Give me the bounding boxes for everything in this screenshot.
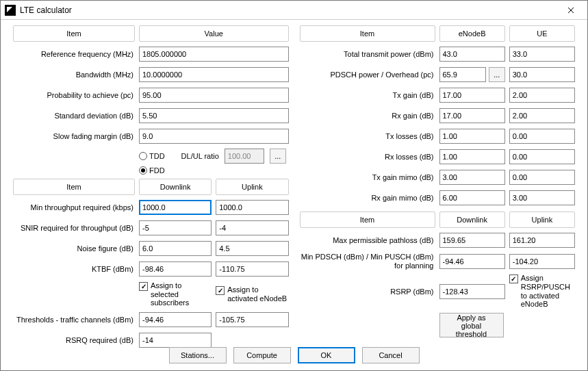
rxmimo-ue-input[interactable] (509, 190, 575, 205)
rxgain-label: Rx gain (dB) (300, 112, 435, 120)
maxpl-ul-input[interactable] (509, 233, 575, 248)
minp-ul-input[interactable] (509, 254, 575, 269)
rxloss-label: Rx losses (dB) (300, 153, 435, 161)
ok-button[interactable]: OK (298, 347, 355, 363)
ktbf-label: KTBF (dBm) (13, 265, 135, 273)
snir-ul-input[interactable] (216, 220, 288, 235)
txgain-label: Tx gain (dB) (300, 91, 435, 99)
col-header-item2: Item (13, 179, 135, 195)
stations-button[interactable]: Stations... (169, 347, 227, 363)
tdd-radio[interactable]: TDD (139, 152, 165, 160)
assign-rsrp-label: Assign RSRP/PUSCH to activated eNodeB (521, 274, 575, 309)
ref-freq-label: Reference frequency (MHz) (13, 50, 135, 58)
tdd-label: TDD (149, 152, 165, 160)
txgain-enb-input[interactable] (439, 88, 505, 103)
thr-traffic-label: Thresholds - traffic channels (dBm) (13, 316, 135, 324)
stddev-label: Standard deviation (dB) (13, 112, 135, 120)
thr-traffic-ul-input[interactable] (216, 312, 288, 327)
fdd-label: FDD (149, 166, 165, 175)
bandwidth-label: Bandwidth (MHz) (13, 71, 135, 79)
dlul-input (225, 149, 264, 164)
snir-dl-input[interactable] (139, 220, 212, 235)
minp-dl-input[interactable] (439, 254, 505, 269)
snir-label: SNIR required for throughput (dB) (13, 224, 135, 232)
maxpl-label: Max permissible pathloss (dB) (300, 236, 435, 244)
txloss-ue-input[interactable] (509, 129, 575, 144)
col-header-item: Item (13, 25, 135, 42)
slowfade-input[interactable] (139, 129, 289, 144)
nf-ul-input[interactable] (216, 241, 288, 256)
assign-subscribers-checkbox[interactable]: Assign to selected subscribers (139, 281, 212, 307)
assign-rsrp-checkbox[interactable]: Assign RSRP/PUSCH to activated eNodeB (509, 274, 575, 309)
txmimo-label: Tx gain mimo (dB) (300, 173, 435, 181)
apply-global-threshold-button[interactable]: Apply as global threshold (439, 313, 504, 337)
pdsch-label: PDSCH power / Overhead (pc) (300, 71, 435, 79)
col-header-value: Value (139, 25, 289, 42)
left-panel: Item Value Reference frequency (MHz) Ban… (13, 25, 289, 353)
ttp-ue-input[interactable] (509, 47, 575, 62)
cancel-button[interactable]: Cancel (362, 347, 420, 363)
fdd-radio[interactable]: FDD (139, 166, 282, 175)
r-col-header-downlink: Downlink (439, 212, 505, 228)
rxgain-enb-input[interactable] (439, 108, 505, 123)
minp-label: Min PDSCH (dBm) / Min PUSCH (dBm) for pl… (300, 253, 435, 270)
assign-subscribers-label: Assign to selected subscribers (151, 281, 212, 307)
rsrp-label: RSRP (dBm) (300, 287, 435, 296)
title-bar: LTE calculator (1, 1, 587, 20)
pdsch-browse-button[interactable]: ... (489, 67, 505, 82)
compute-button[interactable]: Compute (233, 347, 291, 363)
txloss-label: Tx losses (dB) (300, 132, 435, 140)
assign-enodeb-label: Assign to activated eNodeB (227, 285, 288, 303)
ttp-label: Total transmit power (dBm) (300, 50, 435, 58)
stddev-input[interactable] (139, 108, 289, 123)
rxmimo-label: Rx gain mimo (dB) (300, 194, 435, 202)
dlul-browse-button[interactable]: ... (270, 149, 286, 164)
rxloss-ue-input[interactable] (509, 149, 575, 164)
nf-label: Noise figure (dB) (13, 244, 135, 253)
col-header-downlink: Downlink (139, 179, 212, 195)
minthr-ul-input[interactable] (216, 200, 288, 215)
ref-freq-input[interactable] (139, 47, 289, 62)
footer-buttons: Stations... Compute OK Cancel (1, 347, 587, 363)
nf-dl-input[interactable] (139, 241, 212, 256)
rxmimo-enb-input[interactable] (439, 190, 505, 205)
txgain-ue-input[interactable] (509, 88, 575, 103)
rsrq-input[interactable] (139, 333, 212, 348)
bandwidth-input[interactable] (139, 67, 289, 82)
ellipsis-icon: ... (494, 71, 500, 79)
txmimo-enb-input[interactable] (439, 170, 505, 185)
window-title: LTE calculator (20, 5, 556, 15)
slowfade-label: Slow fading margin (dB) (13, 132, 135, 140)
close-button[interactable] (556, 1, 586, 19)
pdsch-ue-input[interactable] (509, 67, 575, 82)
thr-traffic-dl-input[interactable] (139, 312, 212, 327)
txmimo-ue-input[interactable] (509, 170, 575, 185)
ktbf-dl-input[interactable] (139, 261, 212, 277)
rsrq-label: RSRQ required (dB) (13, 336, 135, 344)
minthr-label: Min throughput required (kbps) (13, 203, 135, 212)
r-col-header-ue: UE (509, 25, 575, 42)
pdsch-enb-input[interactable] (439, 67, 486, 82)
r-col-header-uplink: Uplink (509, 212, 575, 228)
app-icon (5, 5, 16, 16)
prob-input[interactable] (139, 88, 289, 103)
r-col-header-enodeb: eNodeB (439, 25, 505, 42)
ktbf-ul-input[interactable] (216, 261, 288, 277)
r-col-header-item: Item (300, 25, 435, 42)
r-col-header-item2: Item (300, 212, 435, 228)
txloss-enb-input[interactable] (439, 129, 505, 144)
assign-enodeb-checkbox[interactable]: Assign to activated eNodeB (216, 285, 288, 303)
maxpl-dl-input[interactable] (439, 233, 505, 248)
close-icon (567, 7, 574, 14)
minthr-dl-input[interactable] (139, 200, 212, 215)
prob-label: Probability to achieve (pc) (13, 91, 135, 99)
rxgain-ue-input[interactable] (509, 108, 575, 123)
col-header-uplink: Uplink (216, 179, 288, 195)
ttp-enb-input[interactable] (439, 47, 505, 62)
rxloss-enb-input[interactable] (439, 149, 505, 164)
right-panel: Item eNodeB UE Total transmit power (dBm… (300, 25, 576, 353)
rsrp-dl-input[interactable] (439, 284, 505, 299)
ellipsis-icon: ... (274, 152, 281, 160)
dlul-label: DL/UL ratio (181, 152, 219, 160)
